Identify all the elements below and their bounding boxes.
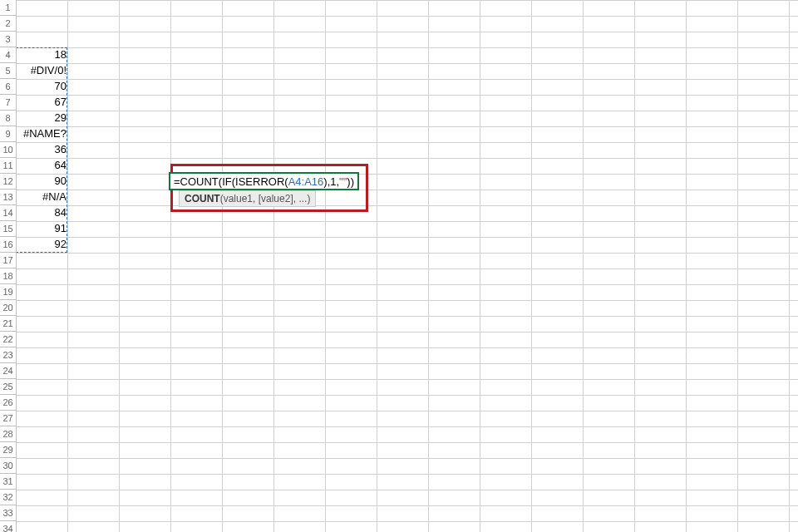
cell[interactable]: 29 <box>17 111 70 126</box>
cell[interactable]: 36 <box>17 142 70 157</box>
cell[interactable]: 18 <box>17 47 70 62</box>
cell[interactable]: #N/A <box>17 190 70 204</box>
row-header[interactable]: 23 <box>0 347 16 363</box>
row-header[interactable]: 13 <box>0 190 16 205</box>
cell[interactable]: 91 <box>17 221 70 236</box>
row-header[interactable]: 2 <box>0 16 16 32</box>
row-header[interactable]: 15 <box>0 221 16 237</box>
row-header[interactable]: 18 <box>0 268 16 284</box>
row-header[interactable]: 22 <box>0 332 16 347</box>
cell[interactable]: 70 <box>17 79 70 94</box>
cell[interactable]: #DIV/0! <box>17 63 70 78</box>
row-header[interactable]: 19 <box>0 284 16 300</box>
spreadsheet-sheet[interactable]: 1234567891011121314151617181920212223242… <box>0 0 798 532</box>
cell[interactable]: 90 <box>17 174 70 189</box>
cell[interactable]: 84 <box>17 205 70 220</box>
row-header[interactable]: 20 <box>0 300 16 316</box>
cell[interactable]: 92 <box>17 237 70 252</box>
cell-grid[interactable]: 18#DIV/0!706729#NAME?366490#N/A849192=CO… <box>16 0 798 532</box>
formula-tooltip: COUNT(value1, [value2], ...) <box>179 190 316 207</box>
row-header[interactable]: 34 <box>0 521 16 532</box>
row-header-column: 1234567891011121314151617181920212223242… <box>0 0 17 532</box>
row-header[interactable]: 6 <box>0 79 16 95</box>
row-header[interactable]: 4 <box>0 47 16 63</box>
row-header[interactable]: 26 <box>0 395 16 411</box>
row-header[interactable]: 30 <box>0 458 16 474</box>
row-header[interactable]: 1 <box>0 0 16 16</box>
row-header[interactable]: 16 <box>0 237 16 253</box>
row-header[interactable]: 7 <box>0 95 16 111</box>
row-header[interactable]: 5 <box>0 63 16 79</box>
row-header[interactable]: 10 <box>0 142 16 158</box>
row-header[interactable]: 3 <box>0 32 16 47</box>
row-header[interactable]: 29 <box>0 442 16 458</box>
row-header[interactable]: 32 <box>0 490 16 505</box>
formula-editing-cell[interactable]: =COUNT(IF(ISERROR(A4:A16),1,"")) <box>169 172 359 190</box>
row-header[interactable]: 28 <box>0 426 16 442</box>
row-header[interactable]: 21 <box>0 316 16 332</box>
row-header[interactable]: 27 <box>0 411 16 426</box>
row-header[interactable]: 14 <box>0 205 16 221</box>
row-header[interactable]: 8 <box>0 111 16 126</box>
row-header[interactable]: 12 <box>0 174 16 190</box>
row-header[interactable]: 17 <box>0 253 16 268</box>
row-header[interactable]: 9 <box>0 126 16 142</box>
cell[interactable]: 67 <box>17 95 70 110</box>
cell[interactable]: 64 <box>17 158 70 173</box>
cell[interactable]: #NAME? <box>17 126 70 141</box>
row-header[interactable]: 25 <box>0 379 16 395</box>
row-header[interactable]: 24 <box>0 363 16 379</box>
row-header[interactable]: 11 <box>0 158 16 174</box>
row-header[interactable]: 33 <box>0 505 16 521</box>
row-header[interactable]: 31 <box>0 474 16 490</box>
